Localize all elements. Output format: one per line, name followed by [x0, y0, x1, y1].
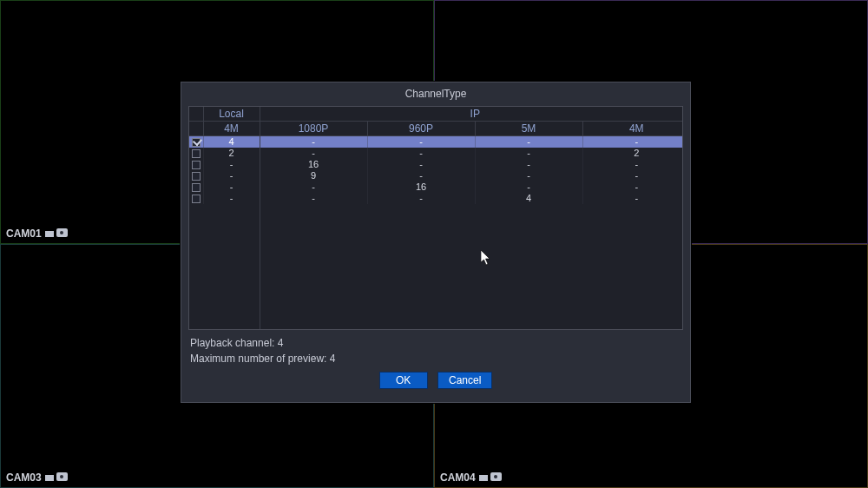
cam1-label: CAM01 [6, 228, 68, 240]
cell: - [203, 181, 260, 193]
cell: - [367, 136, 475, 148]
row-checkbox-cell[interactable] [189, 193, 203, 204]
cell: - [582, 136, 683, 148]
cell: - [367, 193, 475, 204]
cell: 4 [475, 193, 582, 204]
svg-rect-0 [45, 231, 54, 237]
svg-rect-3 [45, 475, 54, 481]
cell: - [203, 170, 260, 181]
row-checkbox-cell[interactable] [189, 181, 203, 193]
cell: 2 [582, 148, 683, 159]
row-checkbox[interactable] [192, 195, 201, 203]
table-row[interactable]: 4---- [189, 136, 683, 148]
svg-point-8 [494, 475, 497, 478]
dialog-title: ChannelType [181, 82, 690, 106]
cell: - [475, 159, 582, 170]
channeltype-table: Local IP 4M 1080P 960P 5M 4M 4----2---2-… [189, 107, 683, 204]
cell: - [582, 170, 683, 181]
row-checkbox-cell[interactable] [189, 159, 203, 170]
cell: - [582, 181, 683, 193]
col-4m-ip[interactable]: 4M [582, 122, 683, 136]
group-local-header: Local [203, 107, 260, 122]
table-row[interactable]: -9--- [189, 170, 683, 181]
group-ip-header: IP [260, 107, 683, 122]
dialog-button-row: OK Cancel [181, 366, 690, 396]
channeltype-dialog: ChannelType Local IP 4M 1080P [181, 82, 691, 403]
table-row[interactable]: ---4- [189, 193, 683, 204]
cell: 16 [367, 181, 475, 193]
cell: - [203, 193, 260, 204]
cam4-name: CAM04 [440, 472, 476, 484]
cam4-label: CAM04 [440, 472, 502, 484]
cancel-button[interactable]: Cancel [437, 372, 492, 389]
cell: - [475, 181, 582, 193]
row-checkbox[interactable] [192, 149, 201, 158]
group-divider [260, 107, 260, 329]
table-row[interactable]: --16-- [189, 181, 683, 193]
cam-status-icon [45, 472, 68, 483]
svg-point-5 [60, 475, 63, 478]
row-checkbox-cell[interactable] [189, 148, 203, 159]
max-preview-label: Maximum number of preview: 4 [190, 351, 681, 366]
svg-rect-6 [479, 475, 488, 481]
row-checkbox[interactable] [192, 161, 201, 169]
channeltype-table-wrap: Local IP 4M 1080P 960P 5M 4M 4----2---2-… [188, 106, 683, 330]
row-checkbox[interactable] [192, 172, 201, 181]
cell: - [260, 148, 367, 159]
cam3-name: CAM03 [6, 472, 42, 484]
col-1080p[interactable]: 1080P [260, 122, 367, 136]
playback-channel-label: Playback channel: 4 [190, 335, 681, 351]
cell: 2 [203, 148, 260, 159]
cell: - [475, 136, 582, 148]
cam1-name: CAM01 [6, 228, 42, 240]
cell: - [260, 181, 367, 193]
cell: 16 [260, 159, 367, 170]
svg-point-2 [60, 231, 63, 234]
row-checkbox[interactable] [192, 183, 201, 192]
table-row[interactable]: -16--- [189, 159, 683, 170]
row-checkbox-cell[interactable] [189, 170, 203, 181]
col-checkbox-header [189, 107, 203, 122]
col-960p[interactable]: 960P [367, 122, 475, 136]
cell: - [475, 170, 582, 181]
dialog-footer-text: Playback channel: 4 Maximum number of pr… [181, 330, 690, 366]
cell: - [475, 148, 582, 159]
cell: 9 [260, 170, 367, 181]
cam-status-icon [45, 228, 68, 239]
ok-button[interactable]: OK [379, 372, 428, 389]
cam-status-icon [479, 472, 502, 483]
table-row[interactable]: 2---2 [189, 148, 683, 159]
col-4m-local[interactable]: 4M [203, 122, 260, 136]
col-checkbox-header[interactable] [189, 122, 203, 136]
cell: - [367, 148, 475, 159]
cell: - [582, 193, 683, 204]
cam3-label: CAM03 [6, 472, 68, 484]
cell: - [367, 170, 475, 181]
cell: - [367, 159, 475, 170]
cell: 4 [203, 136, 260, 148]
camera-grid: CAM01 CAM03 CAM04 ChannelType [0, 0, 868, 488]
cell: - [582, 159, 683, 170]
row-checkbox-cell[interactable] [189, 136, 203, 148]
cell: - [260, 193, 367, 204]
cell: - [203, 159, 260, 170]
cell: - [260, 136, 367, 148]
row-checkbox[interactable] [192, 138, 201, 147]
col-5m[interactable]: 5M [475, 122, 582, 136]
